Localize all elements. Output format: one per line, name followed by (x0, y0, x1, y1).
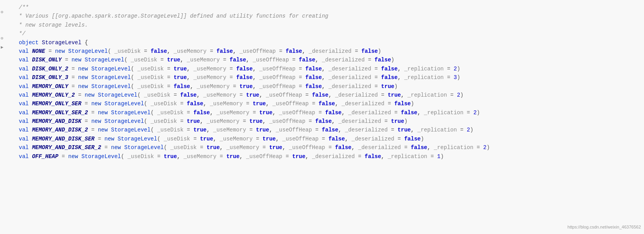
code-text: val NONE = new StorageLevel( _useDisk = … (16, 47, 638, 56)
code-line: val OFF_HEAP = new StorageLevel( _useDis… (0, 152, 644, 161)
code-text: */ (16, 29, 638, 38)
code-line: ⊙/** (0, 3, 644, 12)
code-line: val DISK_ONLY_3 = new StorageLevel( _use… (0, 73, 644, 82)
code-text: * new storage levels. (16, 21, 638, 29)
code-line: val MEMORY_AND_DISK_SER = new StorageLev… (0, 135, 644, 143)
code-line: val MEMORY_ONLY_2 = new StorageLevel( _u… (0, 91, 644, 99)
gutter-icon[interactable]: ▶ (1, 44, 4, 51)
code-text: val DISK_ONLY_3 = new StorageLevel( _use… (16, 73, 638, 82)
code-container: ⊙/** * Various [[org.apache.spark.storag… (0, 0, 644, 164)
code-text: val DISK_ONLY = new StorageLevel( _useDi… (16, 56, 638, 64)
code-line: ⊙ */ (0, 29, 644, 38)
code-line: * Various [[org.apache.spark.storage.Sto… (0, 12, 644, 20)
code-text: val MEMORY_AND_DISK_SER_2 = new StorageL… (16, 143, 638, 152)
code-text: val MEMORY_ONLY_2 = new StorageLevel( _u… (16, 91, 638, 99)
code-line: ▶object StorageLevel { (0, 38, 644, 47)
gutter-icon[interactable]: ⊙ (1, 35, 4, 42)
code-text: val MEMORY_AND_DISK_SER = new StorageLev… (16, 135, 638, 143)
code-text: object StorageLevel { (16, 38, 638, 47)
code-text: val MEMORY_ONLY_SER = new StorageLevel( … (16, 99, 638, 108)
code-line: * new storage levels. (0, 21, 644, 29)
code-line: val MEMORY_AND_DISK_SER_2 = new StorageL… (0, 143, 644, 152)
code-line: val DISK_ONLY = new StorageLevel( _useDi… (0, 56, 644, 64)
code-line: val MEMORY_ONLY_SER = new StorageLevel( … (0, 99, 644, 108)
code-line: val MEMORY_AND_DISK = new StorageLevel( … (0, 117, 644, 126)
code-text: val MEMORY_AND_DISK_2 = new StorageLevel… (16, 126, 638, 134)
code-text: val DISK_ONLY_2 = new StorageLevel( _use… (16, 65, 638, 73)
code-line: val NONE = new StorageLevel( _useDisk = … (0, 47, 644, 56)
code-text: * Various [[org.apache.spark.storage.Sto… (16, 12, 638, 20)
code-text: val OFF_HEAP = new StorageLevel( _useDis… (16, 152, 638, 161)
code-line: val MEMORY_ONLY = new StorageLevel( _use… (0, 82, 644, 91)
code-line: val MEMORY_ONLY_SER_2 = new StorageLevel… (0, 108, 644, 117)
gutter-icon[interactable]: ⊙ (1, 9, 4, 16)
code-text: /** (16, 3, 638, 12)
code-text: val MEMORY_ONLY = new StorageLevel( _use… (16, 82, 638, 91)
code-text: val MEMORY_ONLY_SER_2 = new StorageLevel… (16, 108, 638, 117)
code-line: val MEMORY_AND_DISK_2 = new StorageLevel… (0, 126, 644, 134)
code-text: val MEMORY_AND_DISK = new StorageLevel( … (16, 117, 638, 126)
code-line: val DISK_ONLY_2 = new StorageLevel( _use… (0, 65, 644, 73)
